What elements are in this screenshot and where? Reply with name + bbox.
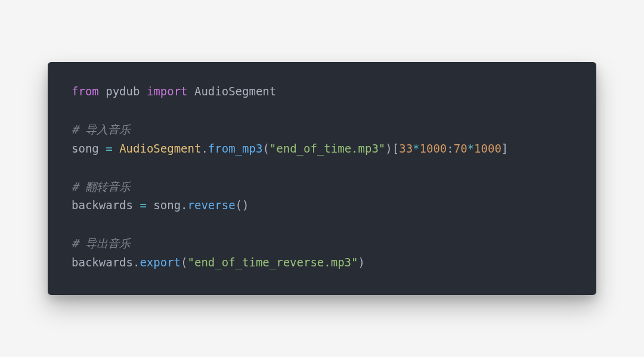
code-token: * [413,142,419,155]
code-token: () [236,198,249,212]
code-token: = [106,142,112,155]
code-token: ] [501,142,508,155]
code-token: . [201,142,208,155]
code-token: # 翻转音乐 [72,180,131,193]
code-token: import [147,85,188,98]
code-token: song [72,142,99,155]
code-token: . [181,198,187,212]
code-token: ) [358,256,364,269]
code-token: 1000 [420,142,447,155]
code-token: from_mp3 [208,142,263,155]
code-token: 1000 [474,142,501,155]
code-token: = [140,198,146,212]
code-token: )[ [385,142,399,155]
code-card: from pydub import AudioSegment # 导入音乐 so… [48,62,596,295]
code-token: from [72,85,99,98]
code-token: . [133,256,140,269]
code-token: ( [181,256,187,269]
code-token [99,85,106,98]
code-token: AudioSegment [194,85,276,98]
code-token [113,142,119,155]
code-token [188,85,194,98]
code-token: : [447,142,453,155]
code-token: backwards [72,256,133,269]
code-token: # 导入音乐 [72,123,131,136]
code-block[interactable]: from pydub import AudioSegment # 导入音乐 so… [72,82,572,272]
code-token: song [153,198,181,212]
code-token [99,142,106,155]
code-token: AudioSegment [119,142,201,155]
code-token [133,198,140,212]
code-token: pydub [106,85,140,98]
code-token: ( [262,142,269,155]
code-token: 70 [454,142,467,155]
code-token [140,85,146,98]
code-token: 33 [399,142,413,155]
code-token: # 导出音乐 [72,237,131,250]
code-token: export [140,256,181,269]
code-token [147,198,153,212]
code-token: reverse [188,198,236,212]
code-token: backwards [72,198,133,212]
code-token: * [467,142,474,155]
code-token: "end_of_time.mp3" [270,142,385,155]
code-token: "end_of_time_reverse.mp3" [188,256,358,269]
